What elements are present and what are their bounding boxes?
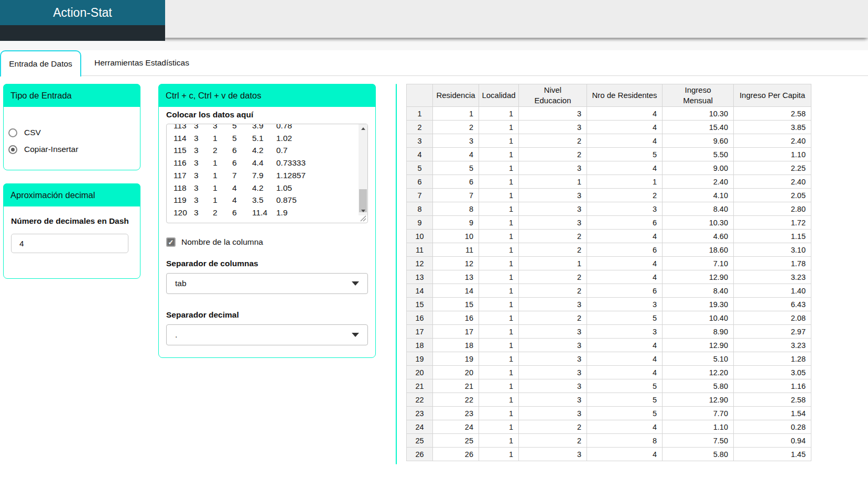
table-cell[interactable]: 3	[519, 189, 587, 202]
table-cell[interactable]: 4	[587, 270, 663, 284]
table-cell[interactable]: 2	[519, 148, 587, 161]
tab-entrada-de-datos[interactable]: Entrada de Datos	[0, 50, 81, 77]
table-cell[interactable]: 22	[433, 393, 479, 407]
table-cell[interactable]: 2.40	[734, 175, 811, 189]
table-cell[interactable]: 3	[519, 352, 587, 366]
table-cell[interactable]: 3	[519, 366, 587, 379]
column-name-checkbox[interactable]: ✓	[166, 237, 176, 247]
table-cell[interactable]: 10.40	[663, 311, 734, 325]
table-cell[interactable]: 1	[479, 379, 519, 393]
table-cell[interactable]: 2	[519, 420, 587, 434]
table-cell[interactable]: 1	[479, 311, 519, 325]
table-cell[interactable]: 1.54	[734, 407, 811, 420]
table-cell[interactable]: 1.45	[734, 448, 811, 461]
table-cell[interactable]: 3.05	[734, 366, 811, 379]
table-cell[interactable]: 4	[433, 148, 479, 161]
table-cell[interactable]: 9	[433, 216, 479, 230]
table-cell[interactable]: 20	[433, 366, 479, 379]
table-cell[interactable]: 2.80	[734, 202, 811, 216]
paste-textarea[interactable]: 1133353.90.781143155.11.021153264.20.711…	[166, 124, 368, 223]
table-cell[interactable]: 1.10	[663, 420, 734, 434]
column-separator-select[interactable]: tab	[166, 273, 368, 294]
table-cell[interactable]: 3	[519, 339, 587, 352]
table-cell[interactable]: 24	[433, 420, 479, 434]
table-cell[interactable]: 4	[587, 257, 663, 270]
table-cell[interactable]: 1	[479, 216, 519, 230]
table-cell[interactable]: 1	[479, 148, 519, 161]
table-cell[interactable]: 1	[479, 298, 519, 311]
table-cell[interactable]: 1.40	[734, 284, 811, 298]
table-cell[interactable]: 1	[519, 257, 587, 270]
radio-csv[interactable]	[8, 128, 17, 137]
radio-option-copiar-insertar[interactable]: Copiar-Insertar	[8, 145, 140, 154]
table-cell[interactable]: 1	[587, 175, 663, 189]
table-cell[interactable]: 5	[587, 148, 663, 161]
table-cell[interactable]: 6	[587, 216, 663, 230]
table-cell[interactable]: 1	[479, 284, 519, 298]
table-cell[interactable]: 4	[587, 352, 663, 366]
table-cell[interactable]: 3	[587, 325, 663, 339]
table-cell[interactable]: 6.43	[734, 298, 811, 311]
table-cell[interactable]: 3	[433, 134, 479, 148]
table-cell[interactable]: 14	[433, 284, 479, 298]
table-cell[interactable]: 1	[479, 325, 519, 339]
table-cell[interactable]: 5	[587, 393, 663, 407]
table-cell[interactable]: 5	[587, 379, 663, 393]
table-cell[interactable]: 16	[433, 311, 479, 325]
table-cell[interactable]: 18.60	[663, 243, 734, 257]
table-cell[interactable]: 4	[587, 161, 663, 175]
table-cell[interactable]: 3.23	[734, 270, 811, 284]
scroll-down-button[interactable]	[359, 206, 367, 215]
table-cell[interactable]: 1	[479, 202, 519, 216]
table-cell[interactable]: 5.50	[663, 148, 734, 161]
table-cell[interactable]: 4	[587, 448, 663, 461]
table-cell[interactable]: 11	[433, 243, 479, 257]
table-cell[interactable]: 1	[479, 134, 519, 148]
table-cell[interactable]: 2.25	[734, 161, 811, 175]
table-cell[interactable]: 1	[479, 161, 519, 175]
table-cell[interactable]: 6	[587, 284, 663, 298]
table-cell[interactable]: 2	[519, 230, 587, 243]
table-cell[interactable]: 3	[519, 393, 587, 407]
table-cell[interactable]: 15.40	[663, 121, 734, 134]
table-cell[interactable]: 21	[433, 379, 479, 393]
table-cell[interactable]: 1.72	[734, 216, 811, 230]
table-cell[interactable]: 2.40	[663, 175, 734, 189]
table-cell[interactable]: 0.94	[734, 434, 811, 448]
table-cell[interactable]: 10	[433, 230, 479, 243]
table-cell[interactable]: 1.16	[734, 379, 811, 393]
table-cell[interactable]: 4.10	[663, 189, 734, 202]
decimals-input[interactable]	[11, 234, 128, 253]
table-cell[interactable]: 5.80	[663, 448, 734, 461]
table-cell[interactable]: 9.00	[663, 161, 734, 175]
table-cell[interactable]: 8.90	[663, 325, 734, 339]
table-cell[interactable]: 13	[433, 270, 479, 284]
table-cell[interactable]: 3.85	[734, 121, 811, 134]
table-cell[interactable]: 3	[587, 298, 663, 311]
table-cell[interactable]: 5	[433, 161, 479, 175]
table-cell[interactable]: 12.90	[663, 270, 734, 284]
table-cell[interactable]: 1	[479, 448, 519, 461]
table-cell[interactable]: 7	[433, 189, 479, 202]
table-cell[interactable]: 23	[433, 407, 479, 420]
table-cell[interactable]: 1	[479, 243, 519, 257]
table-cell[interactable]: 3	[519, 325, 587, 339]
table-cell[interactable]: 4	[587, 107, 663, 121]
table-cell[interactable]: 1	[479, 407, 519, 420]
table-cell[interactable]: 1	[479, 257, 519, 270]
table-cell[interactable]: 12	[433, 257, 479, 270]
table-cell[interactable]: 8.40	[663, 284, 734, 298]
table-cell[interactable]: 3.23	[734, 339, 811, 352]
table-cell[interactable]: 4	[587, 366, 663, 379]
table-cell[interactable]: 2.05	[734, 189, 811, 202]
radio-copiar-insertar[interactable]	[8, 145, 17, 154]
column-name-checkbox-row[interactable]: ✓ Nombre de la columna	[166, 237, 368, 247]
table-cell[interactable]: 2	[519, 311, 587, 325]
table-cell[interactable]: 8	[587, 434, 663, 448]
table-cell[interactable]: 3	[519, 202, 587, 216]
table-cell[interactable]: 1	[433, 107, 479, 121]
table-cell[interactable]: 2.08	[734, 311, 811, 325]
table-cell[interactable]: 4	[587, 230, 663, 243]
table-cell[interactable]: 9.60	[663, 134, 734, 148]
table-cell[interactable]: 1	[479, 434, 519, 448]
